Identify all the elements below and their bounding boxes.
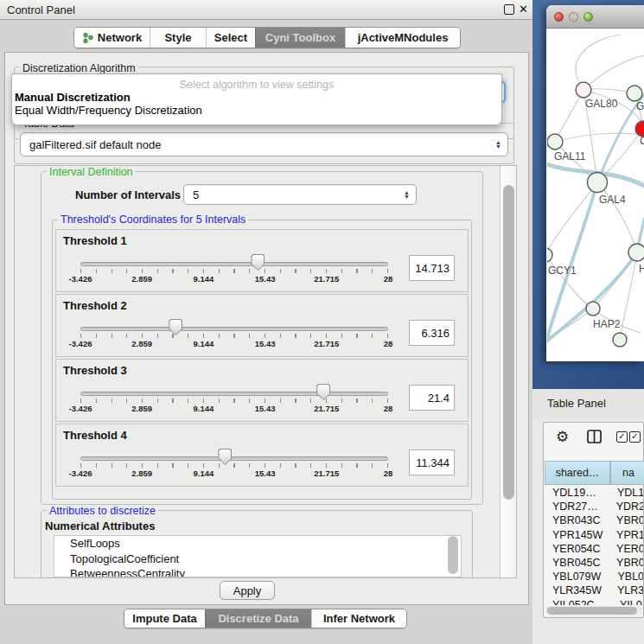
network-edge[interactable] [547,182,597,255]
tab-network[interactable]: Network [74,28,150,48]
table-row[interactable]: YBR043CYBR0 [545,513,643,527]
table-row[interactable]: YER054CYER0 [545,542,643,556]
network-window-titlebar[interactable] [546,5,644,29]
node[interactable] [628,244,644,261]
table-horizontal-scrollbar-thumb[interactable] [547,607,637,615]
threshold-value-box[interactable]: 21.4 [409,385,455,411]
threshold-slider-track[interactable] [80,327,388,331]
popup-hint: Select algorithm to view settings [12,79,501,91]
table-row[interactable]: YBR045CYBR0 [545,556,643,570]
network-edge[interactable] [583,55,644,90]
threshold-value-box[interactable]: 14.713 [409,255,455,281]
cell-name[interactable]: YBR0 [613,514,643,526]
tab-infer-network[interactable]: Infer Network [311,609,406,628]
table-row[interactable]: YIL052CYIL0 [545,598,643,606]
cell-name[interactable]: YBR0 [613,557,643,569]
tab-jactivemnodules[interactable]: jActiveMNodules [345,28,460,48]
checkbox-icon[interactable]: ✓ [616,431,628,443]
threshold-panel: Threshold 2-3.4262.8599.14415.4321.71528… [55,294,469,357]
threshold-slider-track[interactable] [80,392,388,396]
network-view-window: GAL80GACGAL11GAL4GCY1HHAP2 [546,5,644,361]
tick-label: 28 [384,469,393,478]
table-row[interactable]: YLR345WYLR3 [545,583,643,597]
tick-label: -3.426 [69,274,92,284]
cell-shared-name[interactable]: YBR045C [545,557,613,569]
tab-discretize-data[interactable]: Discretize Data [205,609,311,628]
scrollpane-scrollbar-track[interactable] [500,166,517,578]
cell-shared-name[interactable]: YBR043C [545,514,613,526]
scrollpane-scrollbar-thumb[interactable] [503,185,514,500]
tick-label: -3.426 [69,469,92,478]
threshold-value-box[interactable]: 6.316 [409,320,455,346]
cell-name[interactable]: YER0 [613,543,643,555]
table-row[interactable]: YDR27…YDR2 [545,500,643,513]
minimize-traffic-light[interactable] [569,12,578,22]
network-icon [82,32,94,44]
cell-shared-name[interactable]: YBL079W [545,571,614,583]
popup-option-manual-discretization[interactable]: Manual Discretization [15,91,131,104]
GAL11-node[interactable] [547,134,563,150]
node-table-rows: YDL19…YDL1YDR27…YDR2YBR043CYBR0YPR145WYP… [545,486,643,605]
network-edge[interactable] [555,133,644,142]
tab-select[interactable]: Select [206,28,255,48]
table-horizontal-scrollbar[interactable] [545,606,643,615]
close-traffic-light[interactable] [554,12,564,22]
table-row[interactable]: YDL19…YDL1 [545,486,643,500]
table-row[interactable]: YPR145WYPR1 [545,528,643,542]
checkbox-icon[interactable]: ✓ [629,431,641,443]
table-data-value: galFiltered.sif default node [21,138,161,151]
GAL80-node[interactable] [576,82,591,98]
network-edge[interactable] [555,90,583,142]
threshold-value-box[interactable]: 11.344 [409,450,455,475]
tab-jactivemnodules-label: jActiveMNodules [358,31,449,44]
cell-shared-name[interactable]: YIL052C [545,599,616,605]
network-canvas[interactable]: GAL80GACGAL11GAL4GCY1HHAP2 [547,29,644,361]
tab-impute-data-label: Impute Data [132,612,196,625]
tick-label: 2.859 [131,469,152,478]
attribute-list-item[interactable]: TopologicalCoefficient [54,552,461,567]
GCY1-node[interactable] [547,248,552,262]
zoom-traffic-light[interactable] [583,12,593,22]
node[interactable] [613,333,627,347]
cell-name[interactable]: YLR3 [614,584,643,596]
tab-cyni-toolbox[interactable]: Cyni Toolbox [255,28,345,48]
control-panel-window: Control Panel ✕ Network Style Select Cyn… [0,0,532,644]
popup-option-equal-width[interactable]: Equal Width/Frequency Discretization [15,104,202,117]
column-header-shared-name[interactable]: shared… [545,461,610,485]
table-row[interactable]: YBL079WYBL0 [545,570,643,583]
close-icon[interactable]: ✕ [519,3,528,16]
cell-shared-name[interactable]: YLR345W [545,584,614,596]
tick-label: 15.43 [255,274,276,284]
float-window-icon[interactable] [504,4,514,15]
number-of-intervals-combobox[interactable]: 5 ▲▼ [183,184,417,205]
cell-shared-name[interactable]: YDL19… [545,487,614,499]
column-header-name[interactable]: na [610,461,644,485]
cell-name[interactable]: YBL0 [614,571,643,583]
attribute-list-item[interactable]: SelfLoops [54,536,461,552]
tab-cyni-toolbox-label: Cyni Toolbox [265,31,335,44]
cell-name[interactable]: YIL0 [616,599,642,605]
cell-shared-name[interactable]: YPR145W [545,529,613,541]
HAP2-node[interactable] [586,302,600,316]
gear-icon[interactable]: ⚙ [556,428,569,446]
attribute-list-item[interactable]: BetweennessCentrality [54,566,461,577]
numerical-attributes-list[interactable]: SelfLoopsTopologicalCoefficientBetweenne… [54,535,462,577]
node[interactable] [627,86,642,101]
attributes-list-scrollbar[interactable] [448,536,458,574]
split-table-icon[interactable] [587,430,602,443]
apply-button[interactable]: Apply [220,581,275,600]
tab-impute-data[interactable]: Impute Data [124,609,205,628]
tab-style[interactable]: Style [150,28,206,48]
threshold-slider-track[interactable] [80,456,388,461]
cell-name[interactable]: YDR2 [613,501,643,513]
cell-name[interactable]: YPR1 [613,529,643,541]
threshold-slider-track[interactable] [80,262,388,266]
node-label: GAL4 [599,194,626,206]
cell-shared-name[interactable]: YER054C [545,543,613,555]
cell-name[interactable]: YDL1 [614,487,643,499]
table-data-combobox[interactable]: galFiltered.sif default node ▲▼ [20,132,508,156]
GAL4-node[interactable] [588,173,608,193]
interval-definition-label: Interval Definition [47,166,136,178]
cell-shared-name[interactable]: YDR27… [545,501,613,513]
tick-label: 9.144 [194,469,214,478]
